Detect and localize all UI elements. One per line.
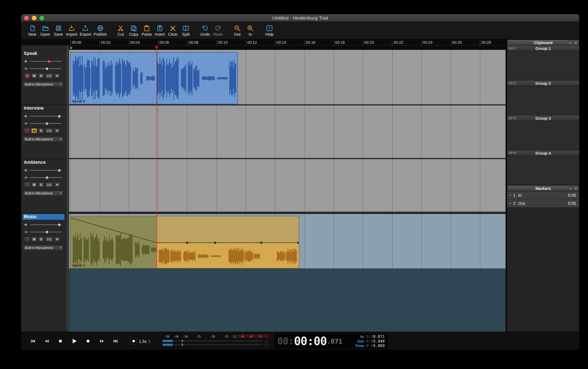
pan-ambience-slider[interactable] [29, 175, 64, 180]
audio-clip-speak[interactable]: Speak 6 [70, 52, 238, 104]
clipboard-close-icon[interactable]: × [573, 41, 578, 45]
new-button[interactable]: New [26, 24, 39, 37]
slider-thumb[interactable] [45, 230, 49, 234]
record-arm-button-music[interactable] [24, 237, 30, 242]
record-button[interactable] [83, 336, 93, 346]
clear-button[interactable]: Clear [166, 24, 179, 37]
marker-row-out[interactable]: ▾2Out0:05 [507, 199, 579, 207]
markers-pin-icon[interactable]: ⌵ [568, 186, 573, 190]
pan-music-slider[interactable] [29, 229, 64, 235]
track-options-button-music[interactable]: ▾ [54, 237, 60, 242]
clipboard-group-body-3[interactable] [507, 121, 579, 150]
paste-button[interactable]: Paste [140, 24, 153, 37]
export-button[interactable]: Export [79, 24, 92, 37]
publish-button[interactable]: Publish [93, 24, 108, 37]
eq-button-ambience[interactable] [45, 182, 53, 188]
track-lane-interview[interactable] [69, 105, 505, 158]
slider-thumb[interactable] [58, 223, 61, 226]
mute-button-music[interactable]: M [31, 237, 37, 242]
marker-row-in[interactable]: ▾1In0:00 [507, 191, 579, 199]
timeline-area[interactable]: Speak 6Speak 6 [69, 46, 505, 332]
mute-button-ambience[interactable]: M [31, 182, 37, 188]
copy-button[interactable]: Copy [127, 24, 140, 37]
clipboard-group-header-3[interactable]: Alt+3Group 3 [507, 115, 579, 121]
clipboard-group-body-4[interactable] [507, 156, 579, 185]
zoom-window-button[interactable] [40, 16, 44, 20]
open-button[interactable]: Open [39, 24, 52, 37]
insert-button[interactable]: Insert [153, 24, 166, 37]
speed-control[interactable]: 1.5x ▴▾ [130, 337, 150, 345]
slider-thumb[interactable] [45, 122, 49, 125]
solo-button-speak[interactable]: S [38, 73, 44, 79]
slider-thumb[interactable] [58, 168, 61, 172]
slider-thumb[interactable] [45, 67, 49, 70]
slider-thumb[interactable] [45, 176, 49, 179]
redo-button[interactable]: Redo [212, 24, 225, 37]
input-source-dropdown-ambience[interactable]: Built-in Microphone▾ [23, 191, 63, 196]
cut-button[interactable]: Cut [114, 24, 127, 37]
track-name-ambience[interactable]: Ambience [23, 159, 64, 165]
slider-thumb[interactable] [58, 114, 61, 118]
track-name-music[interactable]: Music [23, 214, 64, 220]
track-name-interview[interactable]: Interview [23, 105, 64, 111]
save-button[interactable]: Save [52, 24, 65, 37]
marker-expand-icon[interactable]: ▾ [507, 194, 513, 197]
in-button[interactable]: In [244, 24, 257, 37]
input-source-dropdown-interview[interactable]: Built-in Microphone▾ [23, 136, 63, 142]
record-mode-toggle[interactable] [130, 338, 137, 344]
volume-music-slider[interactable] [29, 222, 64, 227]
close-window-button[interactable] [24, 16, 29, 20]
record-arm-button-interview[interactable] [24, 128, 30, 133]
audio-clip-music[interactable]: Speak 6 [70, 216, 299, 268]
input-source-dropdown-music[interactable]: Built-in Microphone▾ [23, 245, 63, 250]
clipboard-group-header-1[interactable]: Alt+1Group 1 [507, 46, 579, 51]
in-marker-icon[interactable] [70, 46, 73, 50]
help-button[interactable]: ?Help [263, 24, 276, 37]
eq-button-music[interactable] [45, 237, 53, 242]
mute-button-speak[interactable]: M [31, 73, 37, 79]
pan-interview-slider[interactable] [29, 121, 64, 126]
clipboard-group-header-4[interactable]: Alt+4Group 4 [507, 150, 579, 156]
track-options-button-interview[interactable]: ▾ [54, 128, 60, 133]
solo-button-interview[interactable]: S [38, 128, 44, 133]
record-arm-button-ambience[interactable] [24, 182, 30, 188]
out-button[interactable]: Out [231, 24, 244, 37]
volume-ambience-slider[interactable] [29, 168, 64, 173]
skip-end-button[interactable] [110, 336, 121, 346]
slider-thumb[interactable] [48, 60, 51, 63]
speed-stepper[interactable]: ▴▾ [149, 339, 150, 343]
skip-start-button[interactable] [27, 336, 38, 346]
clipboard-group-body-1[interactable] [507, 51, 579, 81]
volume-speak-slider[interactable] [29, 59, 64, 64]
pan-speak-slider[interactable] [29, 66, 64, 71]
timeline-ruler[interactable]: 00:0000:0200:0400:0600:0800:1000:1200:14… [21, 40, 505, 46]
solo-button-music[interactable]: S [38, 237, 44, 242]
track-options-button-speak[interactable]: ▾ [54, 73, 60, 79]
marker-expand-icon[interactable]: ▾ [507, 202, 513, 205]
undo-button[interactable]: Undo [199, 24, 212, 37]
mute-button-interview[interactable]: M [31, 128, 37, 133]
rewind-button[interactable] [41, 336, 52, 346]
record-arm-button-speak[interactable] [24, 73, 30, 79]
track-name-speak[interactable]: Speak [23, 51, 64, 56]
clipboard-group-header-2[interactable]: Alt+2Group 2 [507, 81, 579, 86]
split-button[interactable]: Split [179, 24, 192, 37]
play-button[interactable] [69, 336, 79, 346]
panel-splitter[interactable] [66, 46, 69, 332]
clipboard-group-body-2[interactable] [507, 86, 579, 115]
titlebar[interactable]: Untitled - Hindenburg Trial [21, 14, 579, 22]
fast-forward-button[interactable] [96, 336, 107, 346]
solo-button-ambience[interactable]: S [38, 182, 44, 188]
volume-interview-slider[interactable] [29, 113, 64, 119]
markers-close-icon[interactable]: × [573, 186, 578, 190]
eq-button-speak[interactable] [45, 73, 53, 79]
track-options-button-ambience[interactable]: ▾ [54, 182, 60, 188]
track-lane-ambience[interactable] [69, 159, 505, 212]
playhead-line[interactable] [156, 46, 157, 268]
clipboard-pin-icon[interactable]: ⌵ [568, 41, 573, 45]
eq-button-interview[interactable] [45, 128, 53, 133]
stop-button[interactable] [55, 336, 66, 346]
out-marker-icon[interactable] [155, 46, 158, 49]
input-source-dropdown-speak[interactable]: Built-in Microphone▾ [23, 82, 63, 87]
import-button[interactable]: Import [65, 24, 79, 37]
